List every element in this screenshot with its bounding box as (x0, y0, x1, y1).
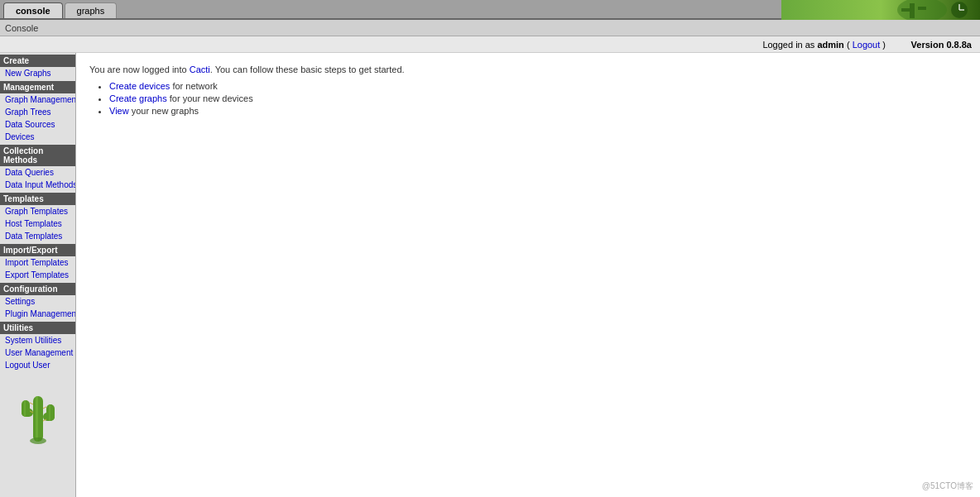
step-create-graphs: Create graphs for your new devices (109, 93, 967, 103)
login-bar: Logged in as admin ( Logout ) Version 0.… (0, 36, 980, 53)
cacti-link[interactable]: Cacti (190, 65, 210, 74)
step-create-devices: Create devices for network (109, 81, 967, 91)
login-info: Logged in as admin ( Logout ) Version 0.… (762, 40, 972, 50)
logout-link[interactable]: Logout (853, 40, 881, 50)
sidebar-item-import-templates[interactable]: Import Templates (0, 256, 75, 269)
svg-rect-4 (918, 7, 926, 10)
sidebar-section-utilities: Utilities (0, 322, 75, 334)
sidebar-item-system-utilities[interactable]: System Utilities (0, 334, 75, 346)
svg-line-17 (30, 403, 33, 404)
welcome-suffix: . You can follow these basic steps to ge… (210, 65, 405, 74)
step-view-graphs: View your new graphs (109, 106, 967, 116)
sidebar-item-settings[interactable]: Settings (0, 295, 75, 308)
view-graphs-suffix: your new graphs (129, 106, 199, 116)
login-username: admin (817, 40, 843, 50)
console-label: Console (5, 23, 38, 33)
sidebar-item-devices[interactable]: Devices (0, 131, 75, 143)
sidebar-item-logout-user[interactable]: Logout User (0, 359, 75, 371)
create-graphs-suffix: for your new devices (167, 93, 253, 103)
sidebar-item-user-management[interactable]: User Management (0, 346, 75, 359)
main-layout: CreateNew GraphsManagementGraph Manageme… (0, 53, 980, 497)
svg-line-19 (43, 407, 46, 409)
cactus-logo-area (0, 371, 75, 456)
steps-list: Create devices for network Create graphs… (109, 81, 967, 116)
top-tab-bar: console graphs (0, 0, 980, 20)
main-content: You are now logged into Cacti. You can f… (76, 53, 980, 497)
cactus-icon (13, 380, 63, 446)
svg-rect-15 (49, 404, 50, 421)
svg-rect-14 (24, 400, 26, 417)
create-devices-suffix: for network (170, 81, 217, 91)
sidebar-section-collection-methods: Collection Methods (0, 145, 75, 166)
sidebar-item-new-graphs[interactable]: New Graphs (0, 67, 75, 79)
sidebar-item-graph-management[interactable]: Graph Management (0, 93, 75, 106)
welcome-prefix: You are now logged into (89, 65, 190, 74)
version-label: Version 0.8.8a (911, 40, 972, 50)
console-header: Console (0, 20, 980, 36)
sidebar-item-plugin-management[interactable]: Plugin Management (0, 308, 75, 320)
sidebar: CreateNew GraphsManagementGraph Manageme… (0, 53, 76, 497)
sidebar-section-management: Management (0, 81, 75, 93)
sidebar-item-host-templates[interactable]: Host Templates (0, 217, 75, 230)
view-graphs-link[interactable]: View (109, 106, 129, 116)
svg-rect-13 (36, 396, 38, 442)
sidebar-section-configuration: Configuration (0, 283, 75, 295)
sidebar-item-graph-trees[interactable]: Graph Trees (0, 106, 75, 118)
sidebar-section-templates: Templates (0, 193, 75, 205)
sidebar-content: CreateNew GraphsManagementGraph Manageme… (0, 55, 75, 371)
tab-graphs[interactable]: graphs (65, 2, 118, 18)
watermark: @51CTO博客 (922, 480, 973, 492)
sidebar-item-data-input-methods[interactable]: Data Input Methods (0, 179, 75, 191)
sidebar-item-data-queries[interactable]: Data Queries (0, 166, 75, 179)
login-prefix: Logged in as (762, 40, 817, 50)
svg-rect-3 (901, 8, 910, 12)
create-devices-link[interactable]: Create devices (109, 81, 170, 91)
svg-point-16 (30, 437, 46, 444)
header-image (781, 0, 980, 20)
create-graphs-link[interactable]: Create graphs (109, 93, 167, 103)
sidebar-item-data-sources[interactable]: Data Sources (0, 118, 75, 131)
sidebar-item-export-templates[interactable]: Export Templates (0, 269, 75, 281)
svg-rect-2 (910, 3, 915, 18)
tab-console[interactable]: console (3, 2, 63, 18)
sidebar-section-create: Create (0, 55, 75, 67)
svg-rect-0 (781, 0, 980, 20)
sidebar-item-graph-templates[interactable]: Graph Templates (0, 205, 75, 217)
sidebar-section-import-export: Import/Export (0, 244, 75, 256)
sidebar-item-data-templates[interactable]: Data Templates (0, 230, 75, 242)
welcome-message: You are now logged into Cacti. You can f… (89, 65, 967, 74)
